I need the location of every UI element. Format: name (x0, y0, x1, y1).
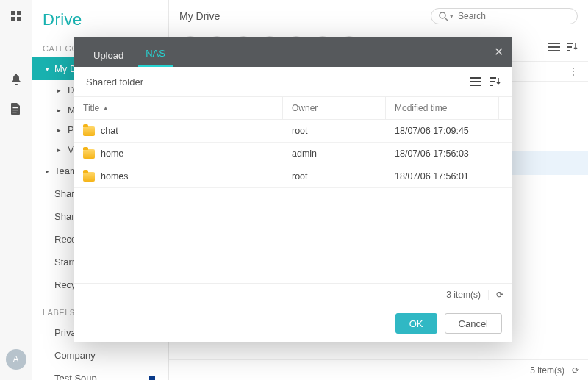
folder-icon (83, 126, 95, 136)
ok-button[interactable]: OK (395, 313, 437, 334)
modal-subheader: Shared folder (74, 67, 512, 96)
close-icon[interactable]: ✕ (494, 45, 503, 59)
svg-rect-18 (490, 77, 496, 79)
svg-rect-15 (470, 77, 481, 79)
modal-tabbar: Upload NAS ✕ (74, 37, 512, 67)
modal-item-count: 3 item(s) (446, 290, 481, 300)
modal-footer: OK Cancel (74, 305, 512, 342)
sort-asc-icon: ▲ (102, 104, 109, 112)
modal-rows: chat root 18/07/06 17:09:45 home admin 1… (74, 120, 512, 283)
col-owner[interactable]: Owner (283, 97, 386, 119)
modal-refresh-icon[interactable]: ⟳ (488, 290, 503, 300)
modal-table-header: Title▲ Owner Modified time (74, 96, 512, 120)
svg-rect-20 (490, 85, 493, 86)
cancel-button[interactable]: Cancel (445, 313, 502, 334)
modal-status: 3 item(s) ⟳ (74, 283, 512, 305)
col-title[interactable]: Title▲ (74, 97, 283, 119)
tab-upload[interactable]: Upload (86, 43, 131, 67)
upload-modal: Upload NAS ✕ Shared folder Title▲ Owner … (74, 37, 512, 342)
shared-folder-label: Shared folder (86, 76, 143, 87)
table-row[interactable]: chat root 18/07/06 17:09:45 (74, 120, 512, 143)
modal-sort-icon[interactable] (490, 76, 501, 87)
table-row[interactable]: home admin 18/07/06 17:56:03 (74, 143, 512, 165)
col-modified[interactable]: Modified time (386, 97, 499, 119)
table-row[interactable]: homes root 18/07/06 17:56:01 (74, 165, 512, 188)
svg-rect-19 (490, 81, 495, 82)
svg-rect-16 (470, 81, 481, 82)
modal-view-list-icon[interactable] (470, 76, 481, 87)
folder-icon (83, 172, 95, 182)
svg-rect-17 (470, 85, 481, 86)
tab-nas[interactable]: NAS (138, 40, 173, 67)
folder-icon (83, 149, 95, 159)
